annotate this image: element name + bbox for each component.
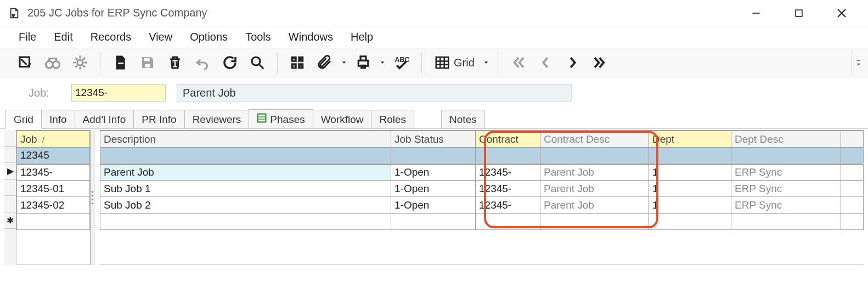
cell-job-new[interactable] (17, 214, 90, 230)
col-header-label: Job Status (394, 133, 444, 145)
tab-phases[interactable]: Phases (249, 109, 313, 128)
col-header-contract[interactable]: Contract (476, 131, 540, 148)
tab-reviewers[interactable]: Reviewers (184, 110, 250, 128)
tab-label: Workflow (321, 114, 364, 126)
nav-next-icon[interactable] (560, 49, 586, 76)
tab-workflow[interactable]: Workflow (313, 110, 372, 128)
job-input[interactable] (71, 84, 166, 102)
edit-icon[interactable] (12, 49, 38, 76)
menu-tools[interactable]: Tools (245, 31, 271, 43)
filter-cell (841, 148, 864, 164)
cell-new[interactable] (476, 214, 540, 230)
close-button[interactable] (832, 3, 852, 23)
cell-job-status[interactable]: 1-Open (391, 197, 476, 214)
svg-rect-10 (145, 64, 150, 68)
calculator-icon[interactable]: +−×÷ (284, 49, 311, 76)
svg-text:÷: ÷ (300, 64, 302, 69)
undo-icon[interactable] (189, 49, 216, 76)
cell-dept[interactable]: 1 (649, 197, 731, 214)
cell-dept[interactable]: 1 (649, 181, 731, 197)
cell-new[interactable] (100, 214, 391, 230)
filter-cell[interactable] (649, 148, 731, 164)
nav-prev-icon[interactable] (532, 49, 559, 76)
cell-description[interactable]: Sub Job 1 (100, 181, 391, 197)
save-icon[interactable] (134, 49, 161, 76)
filter-cell[interactable] (731, 148, 841, 164)
cell-job[interactable]: 12345- (17, 164, 90, 181)
cell-spacer (841, 197, 864, 214)
menu-options[interactable]: Options (190, 31, 228, 43)
col-header-dept-desc[interactable]: Dept Desc (731, 131, 841, 148)
svg-rect-8 (118, 63, 123, 64)
col-header-description[interactable]: Description (100, 131, 391, 148)
menu-view[interactable]: View (149, 31, 172, 43)
cell-new[interactable] (649, 214, 731, 230)
print-dropdown[interactable] (377, 60, 387, 65)
col-header-dept[interactable]: Dept (649, 131, 731, 148)
cell-contract[interactable]: 12345- (476, 164, 540, 181)
menu-windows[interactable]: Windows (289, 31, 333, 43)
menu-records[interactable]: Records (91, 31, 131, 43)
svg-rect-23 (360, 65, 366, 69)
cell-new[interactable] (731, 214, 841, 230)
col-header-spacer (841, 131, 864, 148)
cell-new[interactable] (391, 214, 476, 230)
cell-description[interactable]: Parent Job (100, 164, 391, 181)
toolbar-overflow[interactable] (852, 49, 865, 76)
delete-icon[interactable] (162, 49, 188, 76)
tab-label: Info (49, 114, 67, 126)
print-icon[interactable] (350, 49, 376, 76)
filter-cell-job[interactable]: 12345 (17, 148, 90, 164)
col-header-job[interactable]: Job / (17, 131, 90, 148)
table-row[interactable]: Sub Job 1 1-Open 12345- Parent Job 1 ERP… (100, 181, 864, 197)
cell-job[interactable]: 12345-02 (17, 197, 90, 214)
nav-first-icon[interactable] (505, 49, 531, 76)
table-row-new[interactable] (100, 214, 864, 230)
minimize-button[interactable] (746, 3, 766, 23)
tab-roles[interactable]: Roles (371, 110, 414, 128)
grid-view-button[interactable]: Grid (429, 49, 480, 76)
search-icon[interactable] (244, 49, 270, 76)
gear-icon[interactable] (67, 49, 93, 76)
menubar: File Edit Records View Options Tools Win… (0, 26, 868, 48)
tab-notes[interactable]: Notes (441, 110, 485, 128)
svg-text:+: + (292, 57, 295, 63)
col-header-contract-desc[interactable]: Contract Desc (540, 131, 649, 148)
filter-cell[interactable] (476, 148, 540, 164)
nav-last-icon[interactable] (587, 49, 613, 76)
binoculars-icon[interactable] (40, 49, 66, 76)
attachment-dropdown[interactable] (339, 60, 349, 65)
spellcheck-icon[interactable]: ABC (388, 49, 415, 76)
gutter-row-indicator (4, 179, 16, 196)
tab-pr-info[interactable]: PR Info (133, 110, 184, 128)
table-row[interactable]: Parent Job 1-Open 12345- Parent Job 1 ER… (100, 164, 864, 181)
grid-splitter[interactable] (90, 130, 94, 265)
cell-contract[interactable]: 12345- (476, 197, 540, 214)
cell-new[interactable] (540, 214, 649, 230)
job-field-row: Job: Parent Job (0, 77, 868, 108)
col-header-label: Dept (652, 133, 674, 145)
cell-contract[interactable]: 12345- (476, 181, 540, 197)
attachment-icon[interactable] (312, 49, 338, 76)
menu-file[interactable]: File (19, 31, 36, 43)
cell-job-status[interactable]: 1-Open (391, 164, 476, 181)
filter-cell[interactable] (100, 148, 391, 164)
filter-cell[interactable] (391, 148, 476, 164)
cell-dept[interactable]: 1 (649, 164, 731, 181)
table-row[interactable]: Sub Job 2 1-Open 12345- Parent Job 1 ERP… (100, 197, 864, 214)
cell-job[interactable]: 12345-01 (17, 181, 90, 197)
menu-help[interactable]: Help (351, 31, 373, 43)
cell-job-status[interactable]: 1-Open (391, 181, 476, 197)
filter-cell[interactable] (540, 148, 649, 164)
tab-info[interactable]: Info (41, 110, 75, 128)
tab-addl-info[interactable]: Add'l Info (75, 110, 134, 128)
maximize-button[interactable] (789, 3, 809, 23)
refresh-icon[interactable] (217, 49, 243, 76)
cell-description[interactable]: Sub Job 2 (100, 197, 391, 214)
col-header-job-status[interactable]: Job Status (391, 131, 476, 148)
job-label: Job: (29, 87, 60, 99)
new-file-icon[interactable] (107, 49, 133, 76)
menu-edit[interactable]: Edit (54, 31, 72, 43)
tab-grid[interactable]: Grid (5, 110, 42, 129)
grid-view-dropdown[interactable] (481, 60, 491, 65)
